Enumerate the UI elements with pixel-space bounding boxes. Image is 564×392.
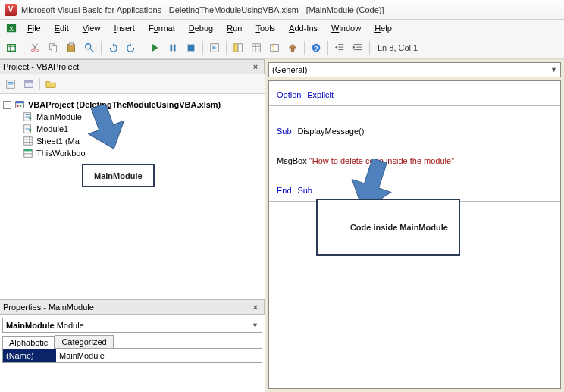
tree-item-module1[interactable]: Module1: [3, 123, 262, 135]
svg-marker-16: [129, 43, 132, 46]
svg-point-51: [20, 105, 22, 107]
run-icon[interactable]: [146, 39, 163, 56]
window-title: Microsoft Visual Basic for Applications …: [21, 5, 384, 14]
tree-item-label: Sheet1 (Ma: [36, 136, 80, 146]
menu-edit[interactable]: Edit: [49, 22, 75, 34]
menu-run[interactable]: Run: [221, 22, 248, 34]
svg-rect-49: [16, 102, 24, 104]
chevron-down-icon[interactable]: ▼: [550, 66, 557, 74]
toolbox-icon[interactable]: [284, 39, 301, 56]
redo-icon[interactable]: [123, 39, 139, 56]
view-excel-icon[interactable]: [3, 39, 20, 56]
svg-point-5: [32, 49, 35, 52]
properties-panel: Properties - MainModule × MainModule Mod…: [0, 299, 265, 392]
tab-alphabetic[interactable]: Alphabetic: [2, 336, 55, 349]
svg-point-13: [86, 43, 91, 49]
undo-icon[interactable]: [105, 39, 121, 56]
annotation-mainmodule: MainModule: [82, 164, 155, 187]
svg-marker-41: [353, 45, 356, 49]
svg-rect-20: [188, 44, 195, 51]
menu-help[interactable]: Help: [368, 22, 398, 34]
svg-rect-23: [234, 43, 237, 52]
svg-text:?: ?: [314, 43, 318, 52]
svg-marker-37: [335, 45, 337, 49]
menu-window[interactable]: Window: [325, 22, 367, 34]
excel-icon[interactable]: X: [3, 20, 20, 36]
menu-tools[interactable]: Tools: [249, 22, 281, 34]
cursor-position-label: Ln 8, Col 1: [378, 43, 418, 52]
reset-icon[interactable]: [183, 39, 199, 56]
svg-rect-18: [171, 44, 173, 51]
tree-item-thisworkbook[interactable]: ThisWorkboo: [3, 147, 262, 159]
svg-rect-19: [174, 44, 176, 51]
svg-point-6: [36, 49, 39, 52]
code-editor[interactable]: Option Explicit Sub DisplayMessage() Msg…: [268, 80, 561, 389]
break-icon[interactable]: [164, 39, 181, 56]
menu-addins[interactable]: Add-Ins: [283, 22, 324, 34]
property-name: (Name): [3, 349, 56, 362]
module-icon: [23, 111, 33, 122]
property-value[interactable]: MainModule: [56, 351, 108, 360]
view-object-icon[interactable]: [21, 77, 36, 92]
view-code-icon[interactable]: [3, 77, 18, 92]
toolbar: ? Ln 8, Col 1: [0, 36, 564, 59]
properties-icon[interactable]: [248, 39, 265, 56]
properties-object-combo[interactable]: MainModule Module ▼: [2, 318, 262, 333]
svg-marker-66: [83, 105, 129, 155]
workbook-icon: [23, 148, 33, 158]
menu-insert[interactable]: Insert: [108, 22, 141, 34]
project-explorer-icon[interactable]: [230, 39, 246, 56]
tree-project-root[interactable]: − VBAProject (DeletingTheModuleUsingVBA.…: [3, 99, 262, 111]
tree-collapse-icon[interactable]: −: [3, 101, 11, 109]
folder-icon[interactable]: [43, 77, 58, 92]
svg-point-50: [17, 105, 19, 107]
svg-rect-31: [272, 48, 274, 49]
project-toolbar: [0, 74, 265, 94]
tab-categorized[interactable]: Categorized: [55, 335, 113, 348]
help-icon[interactable]: ?: [308, 39, 324, 56]
svg-rect-24: [238, 43, 242, 52]
copy-icon[interactable]: [45, 39, 61, 56]
design-mode-icon[interactable]: [206, 39, 223, 56]
svg-rect-30: [272, 45, 274, 47]
svg-text:X: X: [9, 24, 14, 32]
svg-rect-25: [252, 43, 261, 52]
paste-icon[interactable]: [63, 39, 80, 56]
module-icon: [23, 124, 33, 134]
cut-icon[interactable]: [27, 39, 43, 56]
menu-view[interactable]: View: [77, 22, 107, 34]
project-panel-close-icon[interactable]: ×: [250, 61, 261, 72]
project-icon: [14, 99, 25, 110]
svg-line-14: [90, 48, 93, 51]
menu-format[interactable]: Format: [143, 22, 181, 34]
tree-item-sheet1[interactable]: Sheet1 (Ma: [3, 135, 262, 147]
project-panel-title: Project - VBAProject ×: [0, 59, 265, 74]
object-combo[interactable]: (General) ▼: [268, 62, 561, 77]
tree-item-label: ThisWorkboo: [36, 149, 86, 158]
titlebar: V Microsoft Visual Basic for Application…: [0, 0, 564, 20]
svg-rect-58: [24, 137, 33, 146]
annotation-arrow-icon: [83, 105, 129, 158]
project-tree[interactable]: − VBAProject (DeletingTheModuleUsingVBA.…: [0, 94, 265, 299]
object-browser-icon[interactable]: [266, 39, 283, 56]
vba-logo-icon: V: [5, 4, 17, 16]
project-panel-label: Project - VBAProject: [3, 62, 79, 71]
outdent-icon[interactable]: [331, 39, 348, 56]
svg-marker-15: [113, 43, 116, 46]
tree-item-mainmodule[interactable]: MainModule: [3, 111, 262, 123]
property-row[interactable]: (Name) MainModule: [3, 349, 262, 362]
properties-panel-title: Properties - MainModule ×: [0, 299, 265, 315]
svg-rect-11: [68, 44, 75, 52]
properties-panel-close-icon[interactable]: ×: [250, 302, 261, 312]
properties-grid: (Name) MainModule: [2, 348, 262, 363]
properties-panel-label: Properties - MainModule: [3, 303, 94, 312]
find-icon[interactable]: [81, 39, 98, 56]
chevron-down-icon[interactable]: ▼: [252, 321, 258, 329]
object-combo-value: (General): [272, 65, 307, 74]
indent-icon[interactable]: [349, 39, 366, 56]
svg-rect-2: [8, 44, 16, 51]
svg-rect-47: [25, 80, 33, 83]
menu-debug[interactable]: Debug: [183, 22, 219, 34]
svg-marker-17: [152, 43, 158, 52]
menu-file[interactable]: File: [21, 22, 47, 34]
